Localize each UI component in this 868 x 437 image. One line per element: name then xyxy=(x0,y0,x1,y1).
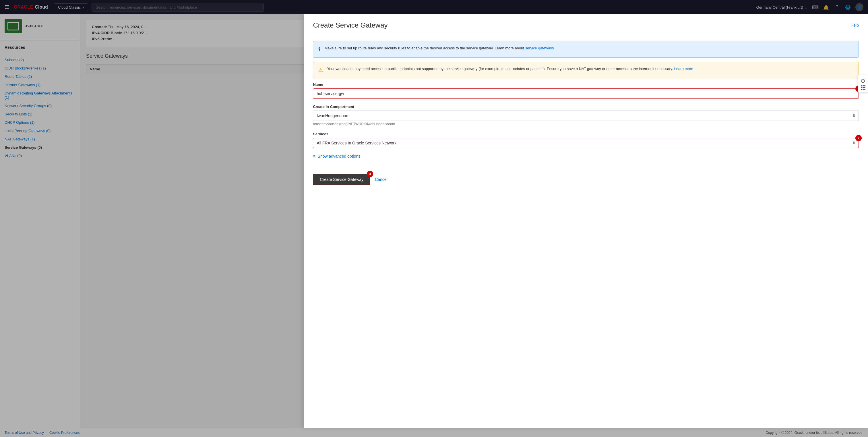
modal-title: Create Service Gateway xyxy=(313,21,388,29)
modal-panel: Create Service Gateway Help ℹ Make sure … xyxy=(304,14,868,428)
help-widget: ⊙ xyxy=(858,75,868,92)
warning-icon: ⚠ xyxy=(318,66,323,74)
compartment-hint: oraseemeaocids (root)/NETWORK/IwanHoogen… xyxy=(313,122,859,126)
compartment-field-group: Create In Compartment IwanHoogendoorn ⇅ … xyxy=(313,104,859,126)
create-button-wrapper: Create Service Gateway 3 xyxy=(313,174,370,185)
name-field-group: Name 1 xyxy=(313,83,859,99)
info-banner-orange: ⚠ Your workloads may need access to publ… xyxy=(313,62,859,79)
services-field-group: Services All FRA Services In Oracle Serv… xyxy=(313,132,859,148)
services-input-wrapper: All FRA Services In Oracle Services Netw… xyxy=(313,138,859,148)
services-label: Services xyxy=(313,132,859,136)
show-advanced-options-link[interactable]: ≡ Show advanced options xyxy=(313,154,859,158)
info-banner-blue-text: Make sure to set up route rules and secu… xyxy=(324,45,556,51)
modal-body: ℹ Make sure to set up route rules and se… xyxy=(304,34,868,198)
name-label: Name xyxy=(313,83,859,87)
step-3-badge: 3 xyxy=(367,171,373,177)
name-input[interactable] xyxy=(313,88,859,99)
service-gateways-link[interactable]: service gateways xyxy=(525,46,554,50)
sliders-icon: ≡ xyxy=(313,154,315,158)
compartment-select-wrapper: IwanHoogendoorn ⇅ xyxy=(313,111,859,121)
info-banner-blue: ℹ Make sure to set up route rules and se… xyxy=(313,41,859,58)
create-service-gateway-button[interactable]: Create Service Gateway xyxy=(313,174,370,185)
grid-icon[interactable] xyxy=(861,85,865,90)
compartment-label: Create In Compartment xyxy=(313,104,859,109)
learn-more-link[interactable]: Learn more xyxy=(674,67,693,71)
name-input-wrapper: 1 xyxy=(313,88,859,99)
info-circle-icon: ℹ xyxy=(318,45,320,54)
services-select[interactable]: All FRA Services In Oracle Services Netw… xyxy=(313,138,859,148)
step-2-badge: 2 xyxy=(856,135,862,141)
lifebuoy-icon[interactable]: ⊙ xyxy=(861,77,865,84)
advanced-label: Show advanced options xyxy=(318,154,361,158)
cancel-button[interactable]: Cancel xyxy=(375,177,388,182)
help-link[interactable]: Help xyxy=(850,23,859,28)
action-row: Create Service Gateway 3 Cancel xyxy=(313,168,859,191)
modal-header: Create Service Gateway Help xyxy=(304,14,868,34)
info-banner-orange-text: Your workloads may need access to public… xyxy=(327,66,695,72)
services-select-wrapper: All FRA Services In Oracle Services Netw… xyxy=(313,138,859,148)
compartment-select[interactable]: IwanHoogendoorn xyxy=(313,111,859,121)
